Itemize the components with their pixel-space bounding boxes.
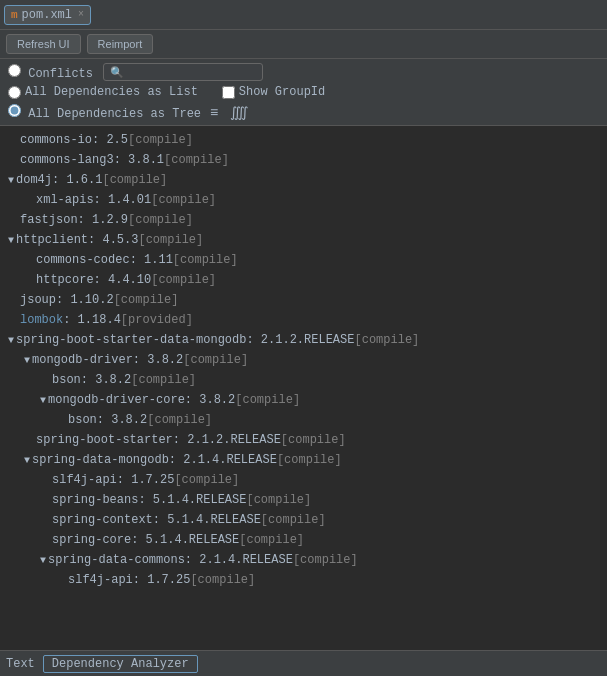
dep-version: : 2.1.2.RELEASE xyxy=(246,331,354,349)
dep-version: : 4.4.10 xyxy=(94,271,152,289)
list-item[interactable]: bson : 3.8.2 [compile] xyxy=(0,370,607,390)
expand-arrow-icon[interactable]: ▼ xyxy=(40,393,46,408)
dep-name: bson xyxy=(52,371,81,389)
expand-arrow-icon[interactable]: ▼ xyxy=(40,553,46,568)
dep-version: : 1.4.01 xyxy=(94,191,152,209)
dependency-tree[interactable]: commons-io : 2.5 [compile]commons-lang3 … xyxy=(0,126,607,650)
expand-arrow-icon[interactable]: ▼ xyxy=(8,173,14,188)
show-groupid-label[interactable]: Show GroupId xyxy=(222,85,325,99)
list-item[interactable]: httpcore : 4.4.10 [compile] xyxy=(0,270,607,290)
dep-version: : 4.5.3 xyxy=(88,231,138,249)
dep-name: commons-codec xyxy=(36,251,130,269)
dep-name: commons-io xyxy=(20,131,92,149)
list-item[interactable]: lombok : 1.18.4 [provided] xyxy=(0,310,607,330)
dep-version: : 1.11 xyxy=(130,251,173,269)
list-item[interactable]: ▼ httpclient : 4.5.3 [compile] xyxy=(0,230,607,250)
dep-scope: [compile] xyxy=(277,451,342,469)
expand-arrow-icon[interactable]: ▼ xyxy=(8,233,14,248)
list-item[interactable]: ▼ spring-data-mongodb : 2.1.4.RELEASE [c… xyxy=(0,450,607,470)
dep-scope: [compile] xyxy=(102,171,167,189)
dep-version: : 5.1.4.RELEASE xyxy=(131,531,239,549)
bottom-bar: Text Dependency Analyzer xyxy=(0,650,607,676)
dep-name: slf4j-api xyxy=(52,471,117,489)
list-item[interactable]: jsoup : 1.10.2 [compile] xyxy=(0,290,607,310)
list-item[interactable]: commons-lang3 : 3.8.1 [compile] xyxy=(0,150,607,170)
dep-scope: [compile] xyxy=(235,391,300,409)
dep-version: : 5.1.4.RELEASE xyxy=(153,511,261,529)
all-list-radio[interactable] xyxy=(8,86,21,99)
dep-name: bson xyxy=(68,411,97,429)
dep-name: lombok xyxy=(20,311,63,329)
dep-scope: [compile] xyxy=(246,491,311,509)
options-bar: Conflicts All Dependencies as List Show … xyxy=(0,59,607,126)
dep-scope: [provided] xyxy=(121,311,193,329)
search-input[interactable] xyxy=(103,63,263,81)
list-item[interactable]: spring-beans : 5.1.4.RELEASE [compile] xyxy=(0,490,607,510)
list-item[interactable]: spring-core : 5.1.4.RELEASE [compile] xyxy=(0,530,607,550)
dep-version: : 1.10.2 xyxy=(56,291,114,309)
reimport-button[interactable]: Reimport xyxy=(87,34,154,54)
dep-scope: [compile] xyxy=(354,331,419,349)
list-item[interactable]: spring-context : 5.1.4.RELEASE [compile] xyxy=(0,510,607,530)
list-item[interactable]: ▼ spring-data-commons : 2.1.4.RELEASE [c… xyxy=(0,550,607,570)
all-tree-radio[interactable] xyxy=(8,104,21,117)
list-item[interactable]: ▼ mongodb-driver : 3.8.2 [compile] xyxy=(0,350,607,370)
dep-version: : 2.5 xyxy=(92,131,128,149)
list-item[interactable]: ▼ mongodb-driver-core : 3.8.2 [compile] xyxy=(0,390,607,410)
dep-scope: [compile] xyxy=(147,411,212,429)
show-groupid-text: Show GroupId xyxy=(239,85,325,99)
dep-name: spring-data-mongodb xyxy=(32,451,169,469)
all-list-row: All Dependencies as List Show GroupId xyxy=(8,85,599,99)
list-item[interactable]: ▼ dom4j : 1.6.1 [compile] xyxy=(0,170,607,190)
list-item[interactable]: commons-io : 2.5 [compile] xyxy=(0,130,607,150)
dep-version: : 2.1.2.RELEASE xyxy=(173,431,281,449)
dep-scope: [compile] xyxy=(128,211,193,229)
dep-version: : 5.1.4.RELEASE xyxy=(138,491,246,509)
list-item[interactable]: xml-apis : 1.4.01 [compile] xyxy=(0,190,607,210)
conflicts-radio[interactable] xyxy=(8,64,21,77)
all-tree-row: All Dependencies as Tree ≡ ⨌ xyxy=(8,103,599,121)
search-row: Conflicts xyxy=(8,63,599,81)
dep-scope: [compile] xyxy=(151,271,216,289)
dep-name: slf4j-api xyxy=(68,571,133,589)
list-item[interactable]: slf4j-api : 1.7.25 [compile] xyxy=(0,470,607,490)
show-groupid-checkbox[interactable] xyxy=(222,86,235,99)
dep-name: mongodb-driver-core xyxy=(48,391,185,409)
all-tree-radio-label[interactable]: All Dependencies as Tree xyxy=(8,104,201,121)
all-list-radio-label[interactable]: All Dependencies as List xyxy=(8,85,198,99)
collapse-all-button[interactable]: ⨌ xyxy=(227,103,252,121)
dep-name: spring-beans xyxy=(52,491,138,509)
list-item[interactable]: ▼ spring-boot-starter-data-mongodb : 2.1… xyxy=(0,330,607,350)
dep-scope: [compile] xyxy=(281,431,346,449)
dep-version: : 1.7.25 xyxy=(133,571,191,589)
list-item[interactable]: commons-codec : 1.11 [compile] xyxy=(0,250,607,270)
dep-version: : 2.1.4.RELEASE xyxy=(185,551,293,569)
dep-name: fastjson xyxy=(20,211,78,229)
bottom-text-label: Text xyxy=(6,657,35,671)
dep-version: : 3.8.2 xyxy=(133,351,183,369)
dep-version: : 3.8.1 xyxy=(114,151,164,169)
refresh-button[interactable]: Refresh UI xyxy=(6,34,81,54)
dep-name: dom4j xyxy=(16,171,52,189)
list-item[interactable]: spring-boot-starter : 2.1.2.RELEASE [com… xyxy=(0,430,607,450)
expand-arrow-icon[interactable]: ▼ xyxy=(24,353,30,368)
expand-all-button[interactable]: ≡ xyxy=(207,103,221,121)
expand-arrow-icon[interactable]: ▼ xyxy=(8,333,14,348)
list-item[interactable]: bson : 3.8.2 [compile] xyxy=(0,410,607,430)
dep-name: jsoup xyxy=(20,291,56,309)
pom-xml-tab[interactable]: m pom.xml × xyxy=(4,5,91,25)
conflicts-radio-label[interactable]: Conflicts xyxy=(8,64,93,81)
dep-name: spring-boot-starter-data-mongodb xyxy=(16,331,246,349)
dep-version: : 1.7.25 xyxy=(117,471,175,489)
tab-label: pom.xml xyxy=(22,8,72,22)
close-icon[interactable]: × xyxy=(78,9,84,20)
dep-name: httpclient xyxy=(16,231,88,249)
dep-scope: [compile] xyxy=(151,191,216,209)
dep-version: : 3.8.2 xyxy=(185,391,235,409)
dep-scope: [compile] xyxy=(174,471,239,489)
expand-arrow-icon[interactable]: ▼ xyxy=(24,453,30,468)
dep-name: spring-context xyxy=(52,511,153,529)
list-item[interactable]: fastjson : 1.2.9 [compile] xyxy=(0,210,607,230)
dependency-analyzer-tab[interactable]: Dependency Analyzer xyxy=(43,655,198,673)
list-item[interactable]: slf4j-api : 1.7.25 [compile] xyxy=(0,570,607,590)
